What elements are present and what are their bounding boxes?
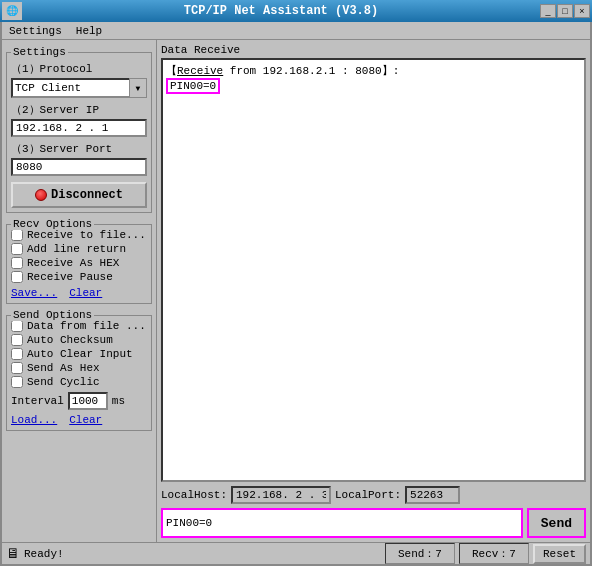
receive-bracket-left: 【 xyxy=(166,65,177,77)
send-link-row: Load... Clear xyxy=(11,414,147,426)
send-clear-link[interactable]: Clear xyxy=(69,414,102,426)
status-bar: 🖥 Ready! Send：7 Recv：7 Reset xyxy=(2,542,590,564)
send-options-group: Send Options Data from file ... Auto Che… xyxy=(6,315,152,431)
send-button[interactable]: Send xyxy=(527,508,586,538)
recv-options-group: Recv Options Receive to file... Add line… xyxy=(6,224,152,304)
protocol-label: （1）Protocol xyxy=(11,61,147,76)
localport-label: LocalPort: xyxy=(335,489,401,501)
send-count: Send：7 xyxy=(385,543,455,564)
receive-box: 【Receive from 192.168.2.1 : 8080】: PIN00… xyxy=(161,58,586,482)
receive-content-highlighted: PIN00=0 xyxy=(166,78,220,94)
send-options-label: Send Options xyxy=(11,309,94,321)
receive-from-text: from 192.168.2.1 : 8080】: xyxy=(223,65,399,77)
send-as-hex-label: Send As Hex xyxy=(27,362,100,374)
recv-checkbox-row-2: Receive As HEX xyxy=(11,257,147,269)
content-area: Settings （1）Protocol TCP Client ▼ （2）Ser… xyxy=(2,40,590,542)
server-ip-label: （2）Server IP xyxy=(11,102,147,117)
interval-row: Interval ms xyxy=(11,392,147,410)
server-ip-input[interactable] xyxy=(11,119,147,137)
interval-label: Interval xyxy=(11,395,64,407)
recv-checkbox-row-0: Receive to file... xyxy=(11,229,147,241)
red-indicator-icon xyxy=(35,189,47,201)
settings-group-label: Settings xyxy=(11,46,68,58)
send-cyclic-label: Send Cyclic xyxy=(27,376,100,388)
recv-link-row: Save... Clear xyxy=(11,287,147,299)
localhost-label: LocalHost: xyxy=(161,489,227,501)
data-receive-label: Data Receive xyxy=(161,44,586,56)
app-icon: 🌐 xyxy=(2,2,22,20)
send-row: Send xyxy=(161,508,586,538)
main-window: Settings Help Settings （1）Protocol TCP C… xyxy=(0,22,592,566)
localport-input[interactable] xyxy=(405,486,460,504)
window-controls: _ □ × xyxy=(540,4,592,18)
add-line-return-checkbox[interactable] xyxy=(11,243,23,255)
status-ready-text: Ready! xyxy=(24,548,381,560)
interval-input[interactable] xyxy=(68,392,108,410)
recv-to-file-checkbox[interactable] xyxy=(11,229,23,241)
send-checkbox-row-3: Send As Hex xyxy=(11,362,147,374)
disconnect-label: Disconnect xyxy=(51,188,123,202)
auto-clear-input-label: Auto Clear Input xyxy=(27,348,133,360)
menu-bar: Settings Help xyxy=(2,22,590,40)
receive-underline-text: Receive xyxy=(177,65,223,77)
menu-help[interactable]: Help xyxy=(73,25,105,37)
recv-pause-label: Receive Pause xyxy=(27,271,113,283)
protocol-select[interactable]: TCP Client xyxy=(11,78,147,98)
receive-header: 【Receive from 192.168.2.1 : 8080】: xyxy=(166,63,581,78)
send-input[interactable] xyxy=(161,508,523,538)
send-checkbox-row-1: Auto Checksum xyxy=(11,334,147,346)
status-icon: 🖥 xyxy=(6,546,20,562)
recv-count: Recv：7 xyxy=(459,543,529,564)
auto-clear-input-checkbox[interactable] xyxy=(11,348,23,360)
protocol-select-wrapper: TCP Client ▼ xyxy=(11,78,147,98)
localhost-row: LocalHost: LocalPort: xyxy=(161,486,586,504)
disconnect-button[interactable]: Disconnect xyxy=(11,182,147,208)
data-from-file-label: Data from file ... xyxy=(27,320,146,332)
settings-group: Settings （1）Protocol TCP Client ▼ （2）Ser… xyxy=(6,52,152,213)
recv-checkbox-row-3: Receive Pause xyxy=(11,271,147,283)
title-bar: 🌐 TCP/IP Net Assistant (V3.8) _ □ × xyxy=(0,0,592,22)
reset-button[interactable]: Reset xyxy=(533,544,586,564)
title-text: TCP/IP Net Assistant (V3.8) xyxy=(22,4,540,18)
maximize-button[interactable]: □ xyxy=(557,4,573,18)
send-checkbox-row-0: Data from file ... xyxy=(11,320,147,332)
server-port-label: （3）Server Port xyxy=(11,141,147,156)
recv-to-file-label: Receive to file... xyxy=(27,229,146,241)
recv-clear-link[interactable]: Clear xyxy=(69,287,102,299)
recv-pause-checkbox[interactable] xyxy=(11,271,23,283)
interval-unit: ms xyxy=(112,395,125,407)
send-cyclic-checkbox[interactable] xyxy=(11,376,23,388)
recv-as-hex-label: Receive As HEX xyxy=(27,257,119,269)
send-button-label: Send xyxy=(541,516,572,531)
recv-checkbox-row-1: Add line return xyxy=(11,243,147,255)
minimize-button[interactable]: _ xyxy=(540,4,556,18)
menu-settings[interactable]: Settings xyxy=(6,25,65,37)
send-as-hex-checkbox[interactable] xyxy=(11,362,23,374)
auto-checksum-label: Auto Checksum xyxy=(27,334,113,346)
recv-save-link[interactable]: Save... xyxy=(11,287,57,299)
auto-checksum-checkbox[interactable] xyxy=(11,334,23,346)
left-panel: Settings （1）Protocol TCP Client ▼ （2）Ser… xyxy=(2,40,157,542)
send-load-link[interactable]: Load... xyxy=(11,414,57,426)
send-checkbox-row-4: Send Cyclic xyxy=(11,376,147,388)
right-panel: Data Receive 【Receive from 192.168.2.1 :… xyxy=(157,40,590,542)
close-button[interactable]: × xyxy=(574,4,590,18)
send-checkbox-row-2: Auto Clear Input xyxy=(11,348,147,360)
data-from-file-checkbox[interactable] xyxy=(11,320,23,332)
recv-options-label: Recv Options xyxy=(11,218,94,230)
recv-as-hex-checkbox[interactable] xyxy=(11,257,23,269)
add-line-return-label: Add line return xyxy=(27,243,126,255)
receive-content-row: PIN00=0 xyxy=(166,78,581,94)
localhost-input[interactable] xyxy=(231,486,331,504)
server-port-input[interactable] xyxy=(11,158,147,176)
